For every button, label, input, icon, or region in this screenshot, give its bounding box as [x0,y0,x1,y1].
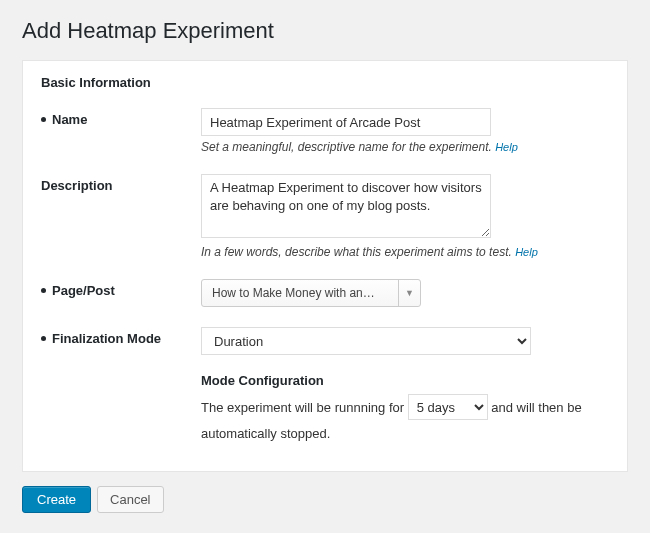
create-button[interactable]: Create [22,486,91,513]
basic-info-card: Basic Information Name Set a meaningful,… [22,60,628,472]
chevron-down-icon: ▼ [398,280,420,306]
page-post-selected: How to Make Money with an… [202,280,398,306]
mode-config-before: The experiment will be runnning for [201,400,404,415]
mode-config-text: The experiment will be runnning for 5 da… [201,394,609,447]
row-finalization: Finalization Mode Duration Mode Configur… [41,327,609,447]
description-label: Description [41,174,201,193]
bullet-icon [41,117,46,122]
finalization-label-text: Finalization Mode [52,331,161,346]
bullet-icon [41,336,46,341]
name-label: Name [41,108,201,127]
finalization-label: Finalization Mode [41,327,201,346]
finalization-select[interactable]: Duration [201,327,531,355]
row-description: Description A Heatmap Experiment to disc… [41,174,609,259]
description-label-text: Description [41,178,113,193]
name-hint: Set a meaningful, descriptive name for t… [201,140,609,154]
description-help-link[interactable]: Help [515,246,538,258]
description-textarea[interactable]: A Heatmap Experiment to discover how vis… [201,174,491,238]
page-post-select[interactable]: How to Make Money with an… ▼ [201,279,421,307]
bullet-icon [41,288,46,293]
cancel-button[interactable]: Cancel [97,486,163,513]
duration-select[interactable]: 5 days [408,394,488,420]
description-hint-text: In a few words, describe what this exper… [201,245,512,259]
row-page-post: Page/Post How to Make Money with an… ▼ [41,279,609,307]
page-post-label: Page/Post [41,279,201,298]
page-post-label-text: Page/Post [52,283,115,298]
name-label-text: Name [52,112,87,127]
page-title: Add Heatmap Experiment [22,18,628,44]
description-hint: In a few words, describe what this exper… [201,245,609,259]
name-hint-text: Set a meaningful, descriptive name for t… [201,140,492,154]
row-name: Name Set a meaningful, descriptive name … [41,108,609,154]
name-help-link[interactable]: Help [495,141,518,153]
section-heading: Basic Information [41,75,609,90]
mode-config: Mode Configuration The experiment will b… [201,373,609,447]
mode-config-title: Mode Configuration [201,373,609,388]
name-input[interactable] [201,108,491,136]
actions: Create Cancel [22,486,628,513]
